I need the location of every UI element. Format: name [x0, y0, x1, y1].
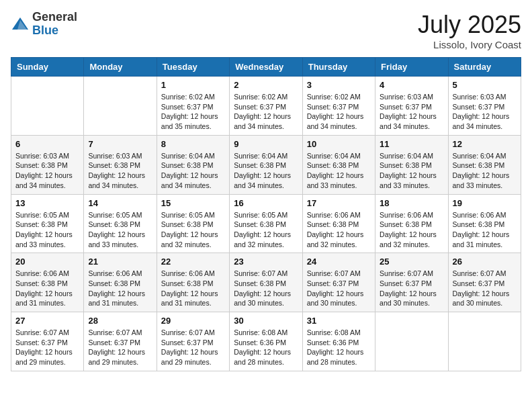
calendar-cell: 5Sunrise: 6:03 AM Sunset: 6:37 PM Daylig… [448, 77, 521, 136]
logo: General Blue [11, 11, 77, 38]
day-info: Sunrise: 6:05 AM Sunset: 6:38 PM Dayligh… [234, 210, 298, 250]
day-number: 26 [453, 257, 517, 267]
day-number: 6 [15, 139, 79, 149]
day-number: 21 [88, 257, 152, 267]
column-header-wednesday: Wednesday [230, 58, 302, 77]
day-number: 24 [307, 257, 371, 267]
calendar-cell: 15Sunrise: 6:05 AM Sunset: 6:38 PM Dayli… [157, 194, 229, 253]
calendar-cell: 31Sunrise: 6:08 AM Sunset: 6:36 PM Dayli… [302, 312, 375, 371]
calendar-cell: 4Sunrise: 6:03 AM Sunset: 6:37 PM Daylig… [375, 77, 448, 136]
column-header-monday: Monday [84, 58, 157, 77]
day-info: Sunrise: 6:03 AM Sunset: 6:38 PM Dayligh… [88, 151, 152, 191]
calendar-cell: 20Sunrise: 6:06 AM Sunset: 6:38 PM Dayli… [11, 253, 84, 312]
day-info: Sunrise: 6:06 AM Sunset: 6:38 PM Dayligh… [88, 269, 152, 308]
day-info: Sunrise: 6:06 AM Sunset: 6:38 PM Dayligh… [380, 210, 443, 250]
day-number: 25 [380, 257, 443, 267]
calendar-cell: 30Sunrise: 6:08 AM Sunset: 6:36 PM Dayli… [230, 312, 302, 371]
day-info: Sunrise: 6:02 AM Sunset: 6:37 PM Dayligh… [234, 92, 298, 132]
day-info: Sunrise: 6:06 AM Sunset: 6:38 PM Dayligh… [15, 269, 79, 308]
month-year-title: July 2025 [418, 11, 521, 39]
day-info: Sunrise: 6:08 AM Sunset: 6:36 PM Dayligh… [234, 328, 298, 367]
day-number: 31 [307, 316, 371, 326]
day-number: 8 [161, 139, 225, 149]
calendar-week-row: 27Sunrise: 6:07 AM Sunset: 6:37 PM Dayli… [11, 312, 521, 371]
calendar-cell: 27Sunrise: 6:07 AM Sunset: 6:37 PM Dayli… [11, 312, 84, 371]
calendar-cell: 11Sunrise: 6:04 AM Sunset: 6:38 PM Dayli… [375, 135, 448, 194]
day-number: 5 [453, 80, 517, 90]
day-number: 12 [453, 139, 517, 149]
day-number: 9 [234, 139, 298, 149]
day-number: 4 [380, 80, 443, 90]
calendar-header-row: SundayMondayTuesdayWednesdayThursdayFrid… [11, 58, 521, 77]
calendar-cell: 14Sunrise: 6:05 AM Sunset: 6:38 PM Dayli… [84, 194, 157, 253]
day-info: Sunrise: 6:07 AM Sunset: 6:37 PM Dayligh… [161, 328, 225, 367]
day-info: Sunrise: 6:03 AM Sunset: 6:38 PM Dayligh… [15, 151, 79, 191]
day-number: 28 [88, 316, 152, 326]
day-info: Sunrise: 6:07 AM Sunset: 6:37 PM Dayligh… [15, 328, 79, 367]
day-info: Sunrise: 6:02 AM Sunset: 6:37 PM Dayligh… [307, 92, 371, 132]
day-number: 27 [15, 316, 79, 326]
column-header-thursday: Thursday [302, 58, 375, 77]
day-number: 16 [234, 198, 298, 208]
calendar-cell: 9Sunrise: 6:04 AM Sunset: 6:38 PM Daylig… [230, 135, 302, 194]
calendar-cell [11, 77, 84, 136]
page-header: General Blue July 2025 Lissolo, Ivory Co… [11, 11, 521, 50]
calendar-cell: 22Sunrise: 6:06 AM Sunset: 6:38 PM Dayli… [157, 253, 229, 312]
calendar-cell: 19Sunrise: 6:06 AM Sunset: 6:38 PM Dayli… [448, 194, 521, 253]
day-number: 2 [234, 80, 298, 90]
calendar-cell: 17Sunrise: 6:06 AM Sunset: 6:38 PM Dayli… [302, 194, 375, 253]
calendar-cell: 6Sunrise: 6:03 AM Sunset: 6:38 PM Daylig… [11, 135, 84, 194]
day-number: 13 [15, 198, 79, 208]
day-info: Sunrise: 6:04 AM Sunset: 6:38 PM Dayligh… [307, 151, 371, 191]
calendar-cell [84, 77, 157, 136]
calendar-week-row: 20Sunrise: 6:06 AM Sunset: 6:38 PM Dayli… [11, 253, 521, 312]
column-header-friday: Friday [375, 58, 448, 77]
calendar-week-row: 6Sunrise: 6:03 AM Sunset: 6:38 PM Daylig… [11, 135, 521, 194]
day-info: Sunrise: 6:04 AM Sunset: 6:38 PM Dayligh… [234, 151, 298, 191]
logo-text: General Blue [32, 11, 77, 38]
column-header-saturday: Saturday [448, 58, 521, 77]
title-block: July 2025 Lissolo, Ivory Coast [418, 11, 521, 50]
day-number: 3 [307, 80, 371, 90]
calendar-cell: 12Sunrise: 6:04 AM Sunset: 6:38 PM Dayli… [448, 135, 521, 194]
day-number: 20 [15, 257, 79, 267]
calendar-cell: 1Sunrise: 6:02 AM Sunset: 6:37 PM Daylig… [157, 77, 229, 136]
logo-icon [11, 15, 30, 34]
calendar-week-row: 13Sunrise: 6:05 AM Sunset: 6:38 PM Dayli… [11, 194, 521, 253]
calendar-cell: 7Sunrise: 6:03 AM Sunset: 6:38 PM Daylig… [84, 135, 157, 194]
calendar-cell: 2Sunrise: 6:02 AM Sunset: 6:37 PM Daylig… [230, 77, 302, 136]
day-number: 11 [380, 139, 443, 149]
calendar-table: SundayMondayTuesdayWednesdayThursdayFrid… [11, 57, 521, 371]
day-info: Sunrise: 6:07 AM Sunset: 6:37 PM Dayligh… [380, 269, 443, 308]
day-info: Sunrise: 6:06 AM Sunset: 6:38 PM Dayligh… [453, 210, 517, 250]
calendar-week-row: 1Sunrise: 6:02 AM Sunset: 6:37 PM Daylig… [11, 77, 521, 136]
day-number: 17 [307, 198, 371, 208]
day-number: 7 [88, 139, 152, 149]
location-subtitle: Lissolo, Ivory Coast [418, 39, 521, 50]
day-number: 18 [380, 198, 443, 208]
day-info: Sunrise: 6:07 AM Sunset: 6:38 PM Dayligh… [234, 269, 298, 308]
calendar-cell: 26Sunrise: 6:07 AM Sunset: 6:37 PM Dayli… [448, 253, 521, 312]
day-info: Sunrise: 6:04 AM Sunset: 6:38 PM Dayligh… [453, 151, 517, 191]
calendar-cell: 3Sunrise: 6:02 AM Sunset: 6:37 PM Daylig… [302, 77, 375, 136]
calendar-cell: 25Sunrise: 6:07 AM Sunset: 6:37 PM Dayli… [375, 253, 448, 312]
column-header-sunday: Sunday [11, 58, 84, 77]
day-info: Sunrise: 6:08 AM Sunset: 6:36 PM Dayligh… [307, 328, 371, 367]
day-info: Sunrise: 6:04 AM Sunset: 6:38 PM Dayligh… [380, 151, 443, 191]
calendar-cell: 8Sunrise: 6:04 AM Sunset: 6:38 PM Daylig… [157, 135, 229, 194]
day-info: Sunrise: 6:03 AM Sunset: 6:37 PM Dayligh… [380, 92, 443, 132]
day-number: 15 [161, 198, 225, 208]
calendar-cell: 24Sunrise: 6:07 AM Sunset: 6:37 PM Dayli… [302, 253, 375, 312]
calendar-cell [448, 312, 521, 371]
day-info: Sunrise: 6:05 AM Sunset: 6:38 PM Dayligh… [88, 210, 152, 250]
day-number: 23 [234, 257, 298, 267]
calendar-cell: 10Sunrise: 6:04 AM Sunset: 6:38 PM Dayli… [302, 135, 375, 194]
calendar-cell: 23Sunrise: 6:07 AM Sunset: 6:38 PM Dayli… [230, 253, 302, 312]
day-number: 14 [88, 198, 152, 208]
column-header-tuesday: Tuesday [157, 58, 229, 77]
calendar-cell: 28Sunrise: 6:07 AM Sunset: 6:37 PM Dayli… [84, 312, 157, 371]
calendar-cell: 16Sunrise: 6:05 AM Sunset: 6:38 PM Dayli… [230, 194, 302, 253]
day-number: 22 [161, 257, 225, 267]
calendar-cell [375, 312, 448, 371]
day-info: Sunrise: 6:04 AM Sunset: 6:38 PM Dayligh… [161, 151, 225, 191]
